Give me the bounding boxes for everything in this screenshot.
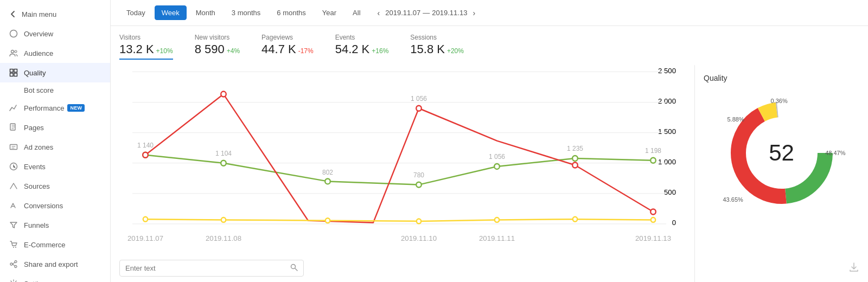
- sidebar-item-label: Sources: [24, 182, 50, 190]
- sidebar-item-performance[interactable]: Performance NEW: [0, 98, 110, 118]
- sidebar-item-ad-zones[interactable]: Ad zones: [0, 137, 110, 157]
- svg-point-2: [15, 50, 17, 53]
- sidebar-item-label: Audience: [24, 49, 53, 57]
- main-menu-item[interactable]: Main menu: [0, 4, 110, 24]
- search-input[interactable]: [125, 264, 290, 272]
- yellow-point-2: [326, 218, 330, 223]
- svg-rect-4: [14, 69, 17, 73]
- donut-container: 52 48.47% 43.65% 5.88% 0.36%: [722, 93, 841, 213]
- stat-new-visitors-value: 8 590: [195, 42, 225, 56]
- time-btn-month[interactable]: Month: [189, 5, 222, 20]
- time-btn-today[interactable]: Today: [119, 5, 152, 20]
- pct-label-yellow: 5.88%: [727, 116, 744, 123]
- y-label-500: 500: [664, 188, 676, 196]
- sidebar: Main menu Overview Audience Quality Bot …: [0, 0, 111, 282]
- performance-icon: [9, 103, 18, 113]
- sidebar-item-settings[interactable]: Settings: [0, 274, 110, 282]
- search-button[interactable]: [290, 264, 298, 273]
- x-label-4: 2019.11.11: [479, 234, 515, 242]
- yellow-point-3: [417, 219, 421, 224]
- stat-visitors-change: +10%: [156, 47, 173, 55]
- sidebar-item-events[interactable]: Events: [0, 157, 110, 176]
- sidebar-item-sources[interactable]: Sources: [0, 176, 110, 196]
- sidebar-item-funnels[interactable]: Funnels: [0, 215, 110, 235]
- stat-pageviews-change: -17%: [298, 47, 314, 55]
- time-btn-3months[interactable]: 3 months: [225, 5, 267, 20]
- stat-events-value: 54.2 K: [335, 42, 370, 56]
- quality-panel-title: Quality: [704, 74, 727, 82]
- time-btn-year[interactable]: Year: [315, 5, 343, 20]
- sidebar-item-label: E-Commerce: [24, 241, 66, 249]
- sidebar-item-quality[interactable]: Quality: [0, 63, 110, 82]
- main-content: Today Week Month 3 months 6 months Year …: [111, 0, 868, 282]
- sidebar-item-label: Overview: [24, 30, 53, 38]
- funnels-icon: [9, 220, 18, 230]
- date-range: ‹ 2019.11.07 — 2019.11.13 ›: [374, 8, 479, 18]
- green-point-4: [494, 164, 500, 169]
- svg-point-14: [15, 266, 17, 268]
- red-label-3: 1 056: [411, 95, 427, 102]
- search-bar: [119, 254, 686, 282]
- stat-pageviews: Pageviews 44.7 K -17%: [261, 34, 314, 56]
- chart-area: 2 500 2 000 1 500 1 000 500 0: [111, 65, 694, 282]
- sidebar-item-conversions[interactable]: Conversions: [0, 196, 110, 215]
- y-label-0: 0: [672, 219, 676, 227]
- stats-row: Visitors 13.2 K +10% New visitors 8 590 …: [111, 26, 868, 65]
- yellow-point-5: [573, 217, 577, 222]
- stat-new-visitors-change: +4%: [227, 47, 240, 55]
- yellow-point-0: [143, 217, 148, 222]
- svg-line-16: [12, 262, 15, 264]
- yellow-point-4: [495, 217, 499, 222]
- x-label-0: 2019.11.07: [127, 234, 163, 242]
- sidebar-item-label: Bot score: [24, 86, 54, 94]
- green-label-5: 1 235: [567, 145, 583, 152]
- download-button[interactable]: [848, 262, 859, 275]
- new-badge: NEW: [67, 104, 85, 112]
- x-label-3: 2019.11.10: [401, 234, 437, 242]
- sidebar-item-audience[interactable]: Audience: [0, 43, 110, 63]
- right-panel: Quality 52 48.47% 43.65% 5.88% 0.: [694, 65, 868, 282]
- svg-point-11: [13, 247, 14, 248]
- date-prev-button[interactable]: ‹: [374, 8, 384, 18]
- sidebar-item-label: Ad zones: [24, 143, 53, 151]
- stat-visitors-label: Visitors: [119, 34, 173, 41]
- stat-pageviews-value: 44.7 K: [261, 42, 296, 56]
- stat-sessions-label: Sessions: [410, 34, 464, 41]
- sources-icon: [9, 181, 18, 191]
- sidebar-item-overview[interactable]: Overview: [0, 24, 110, 43]
- sidebar-item-label: Settings: [24, 280, 49, 283]
- stat-events: Events 54.2 K +16%: [335, 34, 389, 56]
- stat-new-visitors-label: New visitors: [195, 34, 240, 41]
- red-point-3: [416, 106, 422, 111]
- svg-rect-8: [10, 145, 17, 150]
- green-point-1: [221, 161, 226, 166]
- sidebar-item-ecommerce[interactable]: E-Commerce: [0, 235, 110, 254]
- search-input-wrap[interactable]: [119, 260, 304, 277]
- svg-point-12: [15, 247, 16, 248]
- svg-point-13: [15, 261, 17, 263]
- time-btn-week[interactable]: Week: [155, 5, 187, 20]
- sidebar-item-share-export[interactable]: Share and export: [0, 254, 110, 274]
- sidebar-item-label: Events: [24, 163, 46, 171]
- main-menu-label: Main menu: [22, 10, 56, 18]
- ecommerce-icon: [9, 240, 18, 249]
- red-point-1: [221, 92, 226, 97]
- pct-label-red: 43.65%: [723, 196, 743, 203]
- green-point-3: [416, 182, 422, 188]
- conversions-icon: [9, 201, 18, 210]
- share-icon: [9, 259, 18, 269]
- date-separator: —: [423, 9, 430, 17]
- sidebar-item-bot-score[interactable]: Bot score: [0, 82, 110, 98]
- events-icon: [9, 162, 18, 171]
- chart-svg: 2 500 2 000 1 500 1 000 500 0: [119, 65, 686, 254]
- stat-underline: [119, 59, 173, 60]
- time-btn-6months[interactable]: 6 months: [270, 5, 312, 20]
- green-point-2: [325, 178, 330, 184]
- date-to: 2019.11.13: [432, 9, 467, 17]
- stat-events-label: Events: [335, 34, 389, 41]
- svg-rect-6: [14, 73, 17, 76]
- time-btn-all[interactable]: All: [346, 5, 367, 20]
- date-next-button[interactable]: ›: [469, 8, 478, 18]
- red-point-0: [143, 152, 148, 158]
- sidebar-item-pages[interactable]: Pages: [0, 118, 110, 137]
